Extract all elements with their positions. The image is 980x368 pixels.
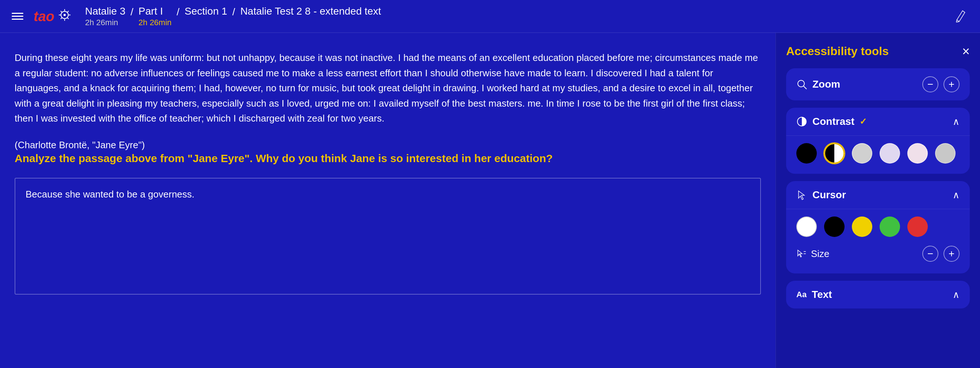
breadcrumb-part1-label: Part I [138,5,172,17]
breadcrumb-part1-time: 2h 26min [138,18,172,27]
breadcrumb-section1: Section 1 [185,5,228,17]
sidebar-title: Accessibility tools [786,45,889,58]
cursor-color-white[interactable] [796,217,817,237]
contrast-icon [796,116,807,127]
contrast-label-text: Contrast [812,116,854,127]
content-area: During these eight years my life was uni… [0,33,776,368]
breadcrumb-section1-label: Section 1 [185,5,228,17]
text-chevron-icon: ∧ [953,289,959,301]
contrast-color-lighter-gray[interactable] [880,143,900,164]
cursor-size-icon [796,249,807,259]
cursor-icon [796,190,807,201]
svg-line-6 [60,11,62,13]
citation-text: (Charlotte Brontë, "Jane Eyre") [14,139,761,151]
zoom-controls: − + [922,76,959,92]
zoom-section: Zoom − + [786,68,970,100]
main-layout: During these eight years my life was uni… [0,33,980,368]
cursor-label: Cursor [796,189,846,201]
svg-line-9 [60,18,62,19]
contrast-checkmark: ✓ [859,116,867,127]
breadcrumb-sep-1: / [131,5,134,18]
header-right [952,8,968,24]
contrast-color-pale-pink[interactable] [907,143,928,164]
logo: tao [33,8,73,25]
zoom-minus-button[interactable]: − [922,76,939,92]
contrast-header[interactable]: Contrast ✓ ∧ [786,108,970,136]
zoom-icon [796,79,807,90]
cursor-color-green[interactable] [880,217,900,237]
cursor-size-label: Size [796,248,830,260]
cursor-chevron-icon: ∧ [953,190,959,201]
breadcrumb-test: Natalie Test 2 8 - extended text [240,5,381,17]
breadcrumb-natalie3-time: 2h 26min [85,18,126,27]
breadcrumb: Natalie 3 2h 26min / Part I 2h 26min / S… [85,5,381,27]
zoom-label-text: Zoom [812,78,840,90]
cursor-size-row: Size − + [796,244,959,263]
text-prefix: Aa [796,290,807,299]
svg-point-1 [64,14,66,16]
logo-text: tao [33,10,54,23]
contrast-color-black[interactable] [796,143,817,164]
svg-line-11 [956,22,959,22]
close-sidebar-button[interactable]: × [962,45,970,58]
answer-text: Because she wanted to be a governess. [25,189,195,200]
breadcrumb-natalie3: Natalie 3 2h 26min [85,5,126,27]
cursor-color-black[interactable] [824,217,845,237]
header: tao Natalie 3 2h 26min / Part I 2h 26min… [0,0,980,33]
svg-line-7 [67,18,68,19]
contrast-color-light-gray[interactable] [852,143,872,164]
svg-line-13 [803,86,807,89]
cursor-size-text: Size [811,248,830,260]
contrast-color-half[interactable] [824,143,845,164]
logo-icon [56,8,73,25]
cursor-header[interactable]: Cursor ∧ [786,181,970,209]
zoom-plus-button[interactable]: + [943,76,959,92]
cursor-color-options [796,217,959,237]
contrast-color-silver[interactable] [935,143,956,164]
svg-point-12 [798,80,804,87]
zoom-label: Zoom [796,78,840,90]
breadcrumb-test-label: Natalie Test 2 8 - extended text [240,5,381,17]
contrast-color-options [786,136,970,174]
cursor-content: Size − + [786,209,970,274]
cursor-color-red[interactable] [907,217,928,237]
cursor-size-minus-button[interactable]: − [922,246,939,262]
text-label: Aa Text [796,289,832,301]
breadcrumb-sep-2: / [177,5,180,18]
contrast-section: Contrast ✓ ∧ [786,108,970,174]
pencil-icon[interactable] [952,8,968,24]
answer-box[interactable]: Because she wanted to be a governess. [14,178,761,295]
question-text: Analyze the passage above from "Jane Eyr… [14,151,761,166]
text-header[interactable]: Aa Text ∧ [786,281,970,309]
text-label-text: Text [812,289,832,301]
hamburger-menu[interactable] [12,13,23,20]
accessibility-sidebar: Accessibility tools × Zoom − + [776,33,980,368]
contrast-chevron-icon: ∧ [953,116,959,127]
breadcrumb-part1: Part I 2h 26min [138,5,172,27]
breadcrumb-natalie3-label: Natalie 3 [85,5,126,17]
cursor-label-text: Cursor [812,189,846,201]
cursor-color-yellow[interactable] [852,217,872,237]
cursor-size-plus-button[interactable]: + [943,246,959,262]
text-section: Aa Text ∧ [786,281,970,309]
contrast-label: Contrast ✓ [796,116,867,127]
cursor-section: Cursor ∧ [786,181,970,274]
passage-text: During these eight years my life was uni… [14,50,761,126]
svg-line-8 [67,11,68,13]
sidebar-header: Accessibility tools × [786,45,970,58]
breadcrumb-sep-3: / [232,5,235,18]
cursor-size-controls: − + [922,246,959,262]
